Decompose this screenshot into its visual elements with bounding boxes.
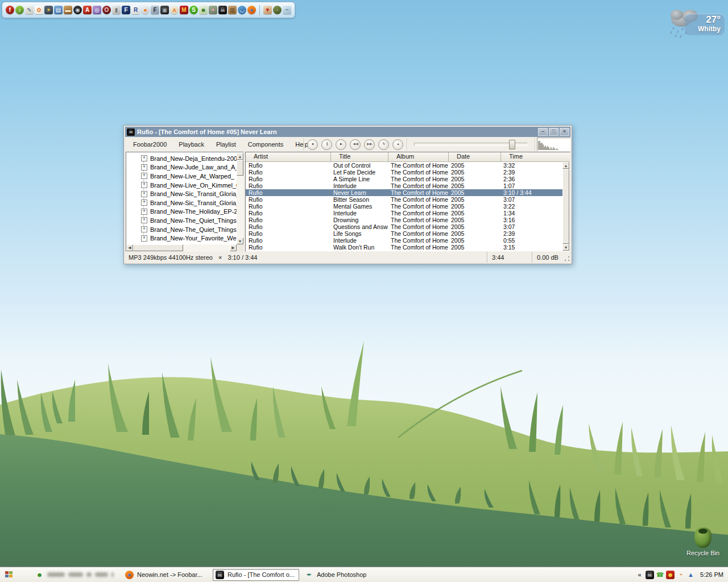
tray-collapse-chevron[interactable]: «: [635, 571, 644, 579]
track-row[interactable]: RufioInterludeThe Comfort of Home20051:0…: [246, 182, 563, 189]
track-row[interactable]: RufioBitter SeasonThe Comfort of Home200…: [246, 196, 563, 203]
photos-icon[interactable]: ▬: [64, 6, 72, 14]
tray-messenger-icon[interactable]: ☻: [666, 571, 675, 579]
orange-ring-icon[interactable]: ●: [141, 6, 150, 14]
thunderbird-icon[interactable]: ◡: [238, 6, 246, 14]
menu-playback[interactable]: Playback: [179, 141, 204, 148]
tray-alarm-clock-icon[interactable]: ◔: [676, 571, 685, 579]
taskbar-clock[interactable]: 5:26 PM: [700, 571, 723, 578]
title-bar[interactable]: ☠ Rufio - [The Comfort of Home #05] Neve…: [125, 127, 570, 137]
tree-item[interactable]: +Brand_New-The_Quiet_Things: [126, 225, 237, 234]
steam-icon[interactable]: ◉: [73, 6, 82, 14]
p2p-icon[interactable]: ✦: [209, 6, 217, 14]
pen-icon[interactable]: ✎: [25, 6, 34, 14]
scroll-down-button[interactable]: ▼: [237, 238, 243, 244]
track-row[interactable]: RufioInterludeThe Comfort of Home20051:3…: [246, 210, 563, 217]
recycle-bin-icon[interactable]: [694, 527, 712, 548]
flash-icon[interactable]: f: [6, 6, 14, 14]
track-row[interactable]: RufioInterludeThe Comfort of Home20050:5…: [246, 237, 563, 244]
resize-grip[interactable]: [564, 255, 570, 262]
menu-components[interactable]: Components: [248, 141, 283, 148]
track-row[interactable]: RufioOut of ControlThe Comfort of Home20…: [246, 162, 563, 169]
filter-icon[interactable]: ▼: [263, 6, 272, 14]
tree-item[interactable]: +Brand_New-Live_At_Warped_: [126, 172, 237, 181]
scroll-up-button[interactable]: ▲: [562, 162, 569, 169]
next-button[interactable]: ▶▶: [364, 139, 375, 150]
firefox-icon[interactable]: ●: [247, 6, 256, 14]
archive-icon[interactable]: ▤: [54, 6, 63, 14]
pause-button[interactable]: ∥: [321, 139, 332, 150]
tray-phone-icon[interactable]: ☎: [656, 571, 664, 579]
tree-item[interactable]: +Brand_New-Sic_Transit_Gloria_: [126, 189, 237, 198]
track-row[interactable]: RufioQuestions and Answ...The Comfort of…: [246, 223, 563, 230]
tree-item[interactable]: +Brand_New-Your_Favorite_We: [126, 234, 237, 243]
opera-icon[interactable]: O: [102, 6, 111, 14]
scroll-down-button[interactable]: ▼: [562, 244, 569, 251]
tree-item[interactable]: +Brand_New-Sic_Transit_Gloria_: [126, 198, 237, 207]
previous-button[interactable]: ◀◀: [350, 139, 361, 150]
level-meter-icon[interactable]: ▮: [112, 6, 121, 14]
menu-foobar2000[interactable]: Foobar2000: [133, 141, 167, 148]
random-button[interactable]: ↻: [378, 139, 389, 150]
seek-track[interactable]: [414, 143, 528, 146]
tree-expand-button[interactable]: +: [141, 235, 147, 242]
seek-thumb[interactable]: [509, 140, 515, 149]
task-firefox[interactable]: ●Neowin.net -> Foobar...: [123, 569, 209, 581]
flower-icon[interactable]: ✿: [35, 6, 43, 14]
media-note-icon[interactable]: ♪: [15, 6, 24, 14]
column-header-artist[interactable]: Artist: [246, 152, 330, 161]
column-header-date[interactable]: Date: [448, 152, 500, 161]
column-header-title[interactable]: Title: [330, 152, 388, 161]
tray-foobar2000-icon[interactable]: ☠: [646, 571, 654, 579]
cd-folder-icon[interactable]: ◎: [93, 6, 101, 14]
scroll-thumb[interactable]: [133, 244, 183, 251]
r-app-icon[interactable]: R: [131, 6, 140, 14]
acrobat-icon[interactable]: A: [83, 6, 92, 14]
tree-horizontal-scrollbar[interactable]: ◀ ▶: [126, 244, 237, 251]
task-photoshop[interactable]: ✒Adobe Photoshop: [303, 569, 389, 581]
tree-expand-button[interactable]: +: [141, 173, 147, 179]
list-vertical-scrollbar[interactable]: ▲ ▼: [562, 162, 569, 251]
image-viewer-icon[interactable]: ☀: [44, 6, 53, 14]
camera-icon[interactable]: ▣: [160, 6, 169, 14]
track-row[interactable]: RufioLife SongsThe Comfort of Home20052:…: [246, 230, 563, 237]
task-messenger[interactable]: ☻: [33, 569, 119, 581]
track-row[interactable]: RufioA Simple LineThe Comfort of Home200…: [246, 176, 563, 182]
tree-item[interactable]: +Brand_New-The_Quiet_Things: [126, 216, 237, 225]
tree-expand-button[interactable]: +: [141, 217, 147, 223]
eject-button[interactable]: ▲: [392, 139, 403, 150]
scroll-thumb[interactable]: [562, 169, 569, 244]
winamp-icon[interactable]: ʌ: [170, 6, 179, 14]
remote-pc-icon[interactable]: F: [151, 6, 159, 14]
package-icon[interactable]: ▥: [228, 6, 237, 14]
stop-button[interactable]: ■: [307, 139, 318, 150]
close-button[interactable]: ×: [560, 128, 569, 136]
tree-expand-button[interactable]: +: [141, 199, 147, 206]
bottle-icon[interactable]: ~: [283, 6, 291, 14]
tree-item[interactable]: +Brand_New-Live_On_Kimmel_0: [126, 181, 237, 190]
menu-playlist[interactable]: Playlist: [216, 141, 236, 148]
foobar2000-dock-icon[interactable]: ☠: [218, 6, 227, 14]
track-row[interactable]: RufioMental GamesThe Comfort of Home2005…: [246, 203, 563, 210]
column-header-time[interactable]: Time: [500, 152, 570, 161]
tree-expand-button[interactable]: +: [141, 182, 147, 188]
track-row[interactable]: RufioWalk Don't RunThe Comfort of Home20…: [246, 244, 563, 251]
track-row[interactable]: RufioNever LearnThe Comfort of Home20053…: [246, 189, 563, 196]
play-button[interactable]: ▶: [336, 139, 346, 150]
tree-expand-button[interactable]: +: [141, 209, 147, 215]
scroll-right-button[interactable]: ▶: [230, 244, 237, 251]
scroll-left-button[interactable]: ◀: [126, 244, 133, 251]
tree-vertical-scrollbar[interactable]: ▲ ▼: [237, 153, 243, 244]
tree-item[interactable]: +Brand_New-The_Holiday_EP-2: [126, 207, 237, 217]
tree-expand-button[interactable]: +: [141, 226, 147, 232]
tree-item[interactable]: +Brand_New-Deja_Entendu-200: [126, 154, 237, 163]
start-button[interactable]: [0, 567, 17, 582]
tree-expand-button[interactable]: +: [141, 164, 147, 171]
tree-expand-button[interactable]: +: [141, 191, 147, 197]
tree-item[interactable]: +Brand_New-Jude_Law_and_A_: [126, 163, 237, 172]
f-app-icon[interactable]: F: [122, 6, 130, 14]
skype-icon[interactable]: S: [189, 6, 198, 14]
track-row[interactable]: RufioDrowningThe Comfort of Home20053:16: [246, 217, 563, 223]
column-header-album[interactable]: Album: [388, 152, 448, 161]
maximize-button[interactable]: □: [549, 128, 559, 136]
